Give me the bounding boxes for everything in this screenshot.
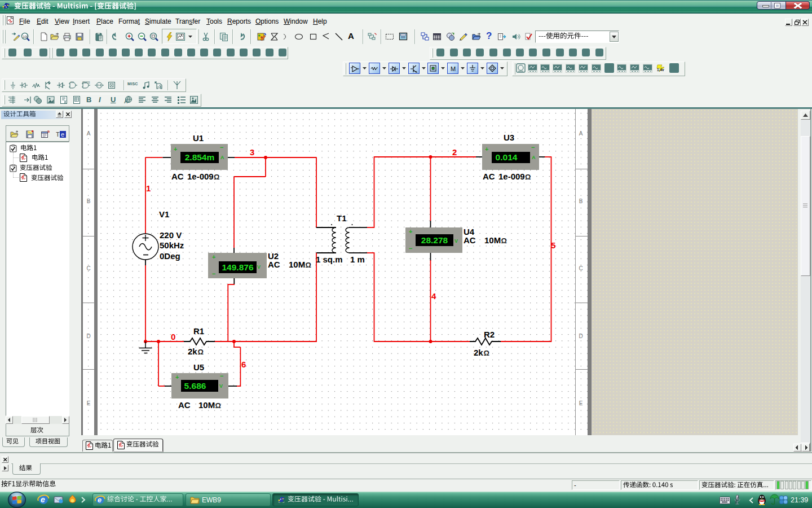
svg-text:1: 1 <box>146 183 151 193</box>
svg-text:220 V: 220 V <box>160 230 182 240</box>
svg-text:Ω: Ω <box>214 173 219 181</box>
svg-text:CMOS: CMOS <box>82 81 90 84</box>
svg-text:3: 3 <box>250 147 254 157</box>
svg-text:U3: U3 <box>504 133 514 142</box>
svg-text:A: A <box>124 99 128 104</box>
svg-text:V1: V1 <box>159 209 169 219</box>
svg-text:AC: AC <box>268 260 280 269</box>
svg-text:10M: 10M <box>289 260 305 269</box>
svg-text:−: − <box>212 270 215 277</box>
svg-text:50kHz: 50kHz <box>160 240 184 250</box>
svg-text:−: − <box>531 144 535 151</box>
svg-text:1e-009: 1e-009 <box>187 172 214 181</box>
svg-text:2k: 2k <box>188 347 197 356</box>
svg-text:A: A <box>532 155 536 160</box>
svg-text:149.876: 149.876 <box>222 262 253 272</box>
svg-text:e: e <box>61 131 64 138</box>
svg-text:M: M <box>451 65 456 72</box>
svg-text:10M: 10M <box>198 400 215 410</box>
svg-text:+: + <box>175 374 179 380</box>
svg-text:1.4v: 1.4v <box>657 68 664 72</box>
svg-text:AC: AC <box>464 235 476 245</box>
svg-text:6: 6 <box>241 360 246 369</box>
svg-text:T1: T1 <box>337 213 347 223</box>
svg-text:1 m: 1 m <box>350 255 365 264</box>
svg-text:0: 0 <box>171 332 175 341</box>
svg-text:Ω: Ω <box>198 348 204 356</box>
svg-text:0.014: 0.014 <box>496 152 518 162</box>
svg-text:+: + <box>174 146 177 152</box>
svg-text:AC: AC <box>483 172 495 181</box>
svg-text:−: − <box>409 245 412 252</box>
svg-text:5.686: 5.686 <box>184 381 206 391</box>
svg-text:Ω: Ω <box>484 349 489 357</box>
svg-text:Ω: Ω <box>501 237 507 245</box>
svg-text:0V: 0V <box>157 86 161 89</box>
svg-text:R2: R2 <box>484 330 495 339</box>
svg-text:2.854m: 2.854m <box>185 152 215 162</box>
svg-text:TTL: TTL <box>70 81 75 84</box>
svg-text:−: − <box>220 373 223 379</box>
svg-text:e: e <box>98 496 102 504</box>
svg-text:Ω: Ω <box>215 401 221 410</box>
svg-text:V: V <box>219 383 223 389</box>
svg-text:−: − <box>220 144 223 151</box>
svg-text:2: 2 <box>452 147 457 157</box>
svg-text:Ω: Ω <box>525 173 531 181</box>
svg-text:V: V <box>257 264 261 270</box>
svg-text:1 sq.m: 1 sq.m <box>316 255 343 264</box>
svg-text:1e-009: 1e-009 <box>498 172 525 181</box>
svg-text:10M: 10M <box>484 235 501 245</box>
svg-text:+: + <box>409 228 412 235</box>
svg-text:AC: AC <box>171 172 184 181</box>
svg-text:2k: 2k <box>474 348 483 357</box>
svg-text:U1: U1 <box>193 133 204 143</box>
svg-text:R1: R1 <box>193 326 204 336</box>
svg-text:5: 5 <box>551 240 555 250</box>
svg-text:V: V <box>454 238 458 244</box>
svg-text:100: 100 <box>23 35 29 38</box>
svg-text:A: A <box>220 155 224 160</box>
svg-text:T: T <box>56 131 60 138</box>
svg-text:4: 4 <box>431 291 436 301</box>
svg-text:0Deg: 0Deg <box>160 251 180 261</box>
svg-text:Ω: Ω <box>306 261 311 269</box>
svg-text:28.278: 28.278 <box>421 235 448 245</box>
svg-text:AC: AC <box>178 400 191 410</box>
svg-text:+: + <box>485 146 488 152</box>
svg-text:U5: U5 <box>193 362 204 372</box>
svg-text:+: + <box>212 253 215 260</box>
